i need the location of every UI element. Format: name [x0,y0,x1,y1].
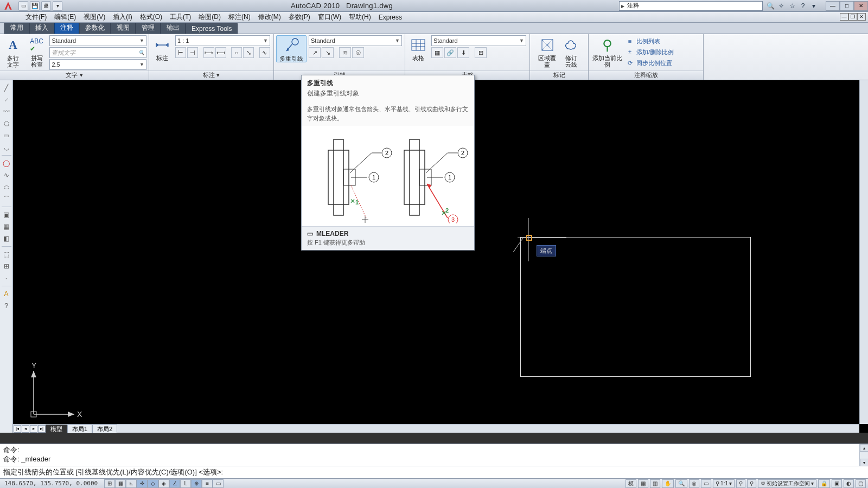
tab-insert[interactable]: 插入 [29,22,54,34]
mleader-align-icon[interactable]: ≋ [339,47,351,58]
menu-modify[interactable]: 修改(M) [254,12,285,22]
app-menu-button[interactable] [0,0,16,12]
command-line[interactable]: 指定引线箭头的位置或 [引线基线优先(L)/内容优先(C)/选项(O)] <选项… [0,466,868,478]
dim-btn-2[interactable]: ⊣ [187,47,198,58]
anno-visibility-icon[interactable]: ⚲ [736,479,745,488]
menu-insert[interactable]: 插入(I) [109,12,136,22]
menu-format[interactable]: 格式(O) [136,12,166,22]
quickview-drawings[interactable]: ▥ [650,479,660,488]
menu-window[interactable]: 窗口(W) [314,12,345,22]
table-button[interactable]: 表格 [407,35,429,61]
minimize-button[interactable]: — [826,1,840,11]
menu-dimension[interactable]: 标注(N) [225,12,254,22]
panel-title-dim[interactable]: 标注 ▾ [149,70,273,80]
scrollbar-vertical[interactable] [859,80,868,424]
snap-toggle[interactable]: ⊞ [104,479,115,488]
hardware-accel-icon[interactable]: ▣ [832,479,842,488]
workspace-switch[interactable]: ⚙ 初始设置工作空间 ▾ [758,479,816,488]
text-height-combo[interactable]: 2.5▼ [49,59,146,70]
find-text-input[interactable]: 查找文字🔍 [49,47,146,58]
text-style-combo[interactable]: Standard▼ [49,35,146,46]
grid-toggle[interactable]: ▦ [115,479,126,488]
mleader-remove-icon[interactable]: ↘ [322,47,334,58]
layout-tab-2[interactable]: 布局2 [92,425,117,433]
table-link-icon[interactable]: 🔗 [444,47,456,58]
tab-manage[interactable]: 管理 [136,22,161,34]
dim-btn-7[interactable]: ∿ [259,47,270,58]
infocenter-search[interactable]: ▸ [619,1,763,11]
mleader-collect-icon[interactable]: ⦾ [352,47,364,58]
ducs-toggle[interactable]: L [180,479,191,488]
add-del-scale-link[interactable]: ±添加/删除比例 [626,47,674,57]
otrack-toggle[interactable]: ∠ [169,479,180,488]
table-export-icon[interactable]: ⊞ [475,47,487,58]
tab-home[interactable]: 常用 [4,22,29,34]
tab-nav-prev[interactable]: ◂ [22,425,29,433]
table-style-combo[interactable]: Standard▼ [431,35,526,46]
anno-scale-button[interactable]: ⚲ 1:1 ▾ [713,479,735,488]
ortho-toggle[interactable]: ⊾ [126,479,137,488]
menu-parametric[interactable]: 参数(P) [285,12,314,22]
modelspace-button[interactable]: 模 [626,479,636,488]
menu-help[interactable]: 帮助(H) [345,12,375,22]
layout-tab-1[interactable]: 布局1 [67,425,92,433]
spellcheck-button[interactable]: ABC✔ 拼写 检查 [26,35,48,68]
dyn-toggle[interactable]: ⊕ [191,479,202,488]
menu-tools[interactable]: 工具(T) [166,12,195,22]
menu-file[interactable]: 文件(F) [22,12,50,22]
xline-icon[interactable]: ⟋ [1,94,12,105]
layout-tab-model[interactable]: 模型 [46,425,67,433]
qat-save-icon[interactable]: 💾 [30,1,40,11]
dim-btn-3[interactable]: ⟼ [203,47,214,58]
command-window[interactable]: 命令: 命令: _mleader 指定引线箭头的位置或 [引线基线优先(L)/内… [0,444,868,478]
toolbar-lock-icon[interactable]: 🔒 [818,479,830,488]
showmotion-icon[interactable]: ▭ [701,479,711,488]
qat-more-icon[interactable]: ▾ [53,1,62,11]
mtext-button[interactable]: A 多行 文字 [2,35,24,68]
menu-draw[interactable]: 绘图(D) [195,12,225,22]
comm-center-icon[interactable]: ✧ [777,2,786,10]
mdi-minimize[interactable]: — [840,13,848,21]
ellipse-icon[interactable]: ⬭ [1,182,12,192]
help-tool-icon[interactable]: ? [1,300,12,311]
anno-autoscale-icon[interactable]: ⚲ [747,479,756,488]
revcloud-button[interactable]: 修订 云线 [560,35,582,68]
osnap-toggle[interactable]: ◇ [148,479,158,488]
menu-edit[interactable]: 编辑(E) [50,12,80,22]
dropdown-icon[interactable]: ▾ [809,2,818,10]
dim-btn-6[interactable]: ⤡ [243,47,254,58]
multileader-button[interactable]: 多重引线 [276,35,307,62]
table-tool-icon[interactable]: ⊞ [1,261,12,272]
tab-annotate[interactable]: 注释 [54,22,79,34]
table-extract-icon[interactable]: ▦ [431,47,443,58]
favorites-icon[interactable]: ☆ [788,2,796,10]
3dosnap-toggle[interactable]: ◈ [158,479,169,488]
spline-icon[interactable]: ∿ [1,170,12,181]
hatch-icon[interactable]: ▦ [1,221,12,232]
polygon-icon[interactable]: ⬠ [1,118,12,129]
tab-output[interactable]: 输出 [161,22,186,34]
dim-style-combo[interactable]: 1 : 1▼ [175,35,270,46]
mdi-restore[interactable]: ❐ [848,13,857,21]
qat-new-icon[interactable]: ▭ [18,1,28,11]
pline-icon[interactable]: 〰 [1,106,12,117]
add-current-scale-button[interactable]: ⚲ 添加当前比例 [591,35,623,68]
lwt-toggle[interactable]: ≡ [202,479,213,488]
scale-list-link[interactable]: ≡比例列表 [626,36,674,46]
polar-toggle[interactable]: ✛ [137,479,148,488]
mtext-tool-icon[interactable]: A [1,288,12,299]
search-input[interactable] [626,3,762,9]
dim-btn-4[interactable]: ⟻ [215,47,226,58]
quickview-layouts[interactable]: ▦ [638,479,648,488]
dim-btn-5[interactable]: ↔ [231,47,242,58]
close-button[interactable]: ✕ [854,1,868,11]
tab-nav-last[interactable]: ▸| [38,425,46,433]
coordinates-readout[interactable]: 148.6570, 135.7570, 0.0000 [0,480,102,487]
command-scrollbar[interactable]: ▴ ▾ [859,444,868,466]
dimension-button[interactable]: 标注 [151,35,173,61]
mleader-add-icon[interactable]: ↗ [309,47,321,58]
gradient-icon[interactable]: ◧ [1,233,12,244]
tab-view[interactable]: 视图 [111,22,136,34]
pan-icon[interactable]: ✋ [662,479,674,488]
wipeout-button[interactable]: 区域覆盖 [537,35,558,68]
